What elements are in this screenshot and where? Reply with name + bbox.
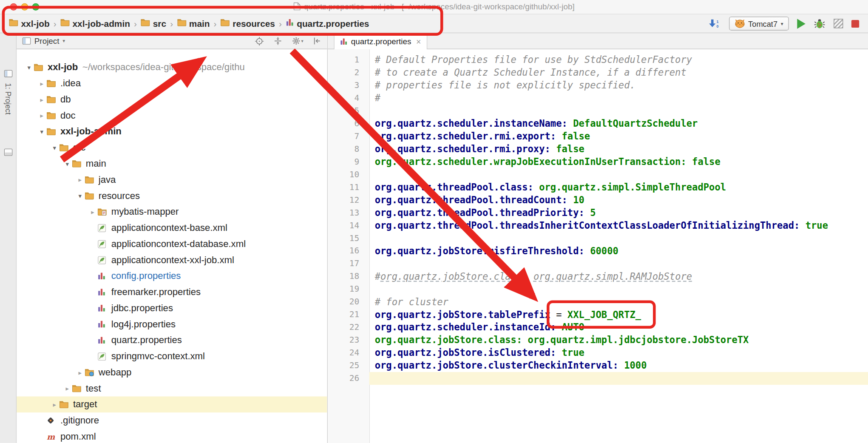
line-number[interactable]: 8 [328, 143, 369, 156]
code-line[interactable]: 23org.quartz.jobStore.class: org.quartz.… [328, 334, 868, 346]
code-line[interactable]: 4# [328, 92, 868, 105]
line-number[interactable]: 20 [328, 295, 369, 308]
collapse-button[interactable] [273, 37, 282, 45]
project-tool-window-button[interactable]: 1: Project [4, 83, 12, 114]
code-line[interactable]: 21org.quartz.jobStore.tablePrefix = XXL_… [328, 308, 868, 321]
tool-window-button-icon-1[interactable] [4, 70, 13, 80]
tree-item[interactable]: ▸mybatis-mapper [17, 204, 327, 220]
code-line[interactable]: 22org.quartz.scheduler.instanceId: AUTO [328, 321, 868, 334]
code-line[interactable]: 11org.quartz.threadPool.class: org.quart… [328, 181, 868, 194]
update-project-button[interactable]: 1 0 [708, 19, 720, 28]
line-number[interactable]: 23 [328, 334, 369, 346]
line-number[interactable]: 7 [328, 130, 369, 143]
project-panel-title[interactable]: Project [34, 37, 60, 45]
expand-arrow-icon[interactable]: ▸ [50, 400, 59, 408]
code-line[interactable]: 18#org.quartz.jobStore.class: org.quartz… [328, 270, 868, 283]
coverage-button[interactable] [834, 19, 843, 28]
expand-arrow-icon[interactable]: ▸ [75, 369, 85, 376]
code-line[interactable]: 8org.quartz.scheduler.rmi.proxy: false [328, 143, 868, 156]
code-line[interactable]: 1# Default Properties file for use by St… [328, 54, 868, 66]
locate-button[interactable] [255, 36, 264, 45]
line-number[interactable]: 25 [328, 359, 369, 372]
tree-item[interactable]: log4j.properties [17, 316, 327, 332]
tree-item[interactable]: freemarker.properties [17, 284, 327, 300]
line-number[interactable]: 9 [328, 156, 369, 168]
line-number[interactable]: 14 [328, 219, 369, 232]
expand-arrow-icon[interactable]: ▸ [75, 176, 85, 183]
run-config-selector[interactable]: Tomcat7 ▾ [729, 17, 789, 31]
line-number[interactable]: 21 [328, 308, 369, 321]
line-number[interactable]: 13 [328, 207, 369, 219]
code-line[interactable]: 13org.quartz.threadPool.threadPriority: … [328, 207, 868, 219]
code-line[interactable]: 26 [328, 372, 868, 385]
code-line[interactable]: 14org.quartz.threadPool.threadsInheritCo… [328, 219, 868, 232]
code-line[interactable]: 9org.quartz.scheduler.wrapJobExecutionIn… [328, 156, 868, 168]
tree-item[interactable]: ▸db [17, 91, 327, 108]
code-line[interactable]: 5 [328, 105, 868, 117]
code-line[interactable]: 2# to create a Quartz Scheduler Instance… [328, 66, 868, 79]
tree-item[interactable]: jdbc.properties [17, 300, 327, 316]
run-button[interactable] [797, 19, 806, 28]
tree-item[interactable]: quartz.properties [17, 332, 327, 348]
code-line[interactable]: 15 [328, 232, 868, 245]
tree-item[interactable]: ▸target [17, 396, 327, 412]
line-number[interactable]: 12 [328, 194, 369, 207]
breadcrumb-item[interactable]: resources [221, 18, 275, 29]
code-line[interactable]: 3# properties file is not explicitly spe… [328, 79, 868, 92]
line-number[interactable]: 2 [328, 66, 369, 79]
tree-item[interactable]: ▸webapp [17, 364, 327, 381]
tree-item[interactable]: ▾xxl-job~/workspaces/idea-git-workspace/… [17, 59, 327, 75]
tree-item[interactable]: springmvc-context.xml [17, 348, 327, 364]
hide-panel-button[interactable] [313, 37, 322, 45]
tree-item[interactable]: ▸test [17, 381, 327, 397]
breadcrumb-item[interactable]: quartz.properties [286, 18, 369, 29]
code-line[interactable]: 7org.quartz.scheduler.rmi.export: false [328, 130, 868, 143]
expand-arrow-icon[interactable]: ▸ [88, 208, 97, 216]
breadcrumb-item[interactable]: xxl-job [9, 18, 50, 29]
line-number[interactable]: 19 [328, 283, 369, 295]
tree-item[interactable]: applicationcontext-base.xml [17, 220, 327, 236]
line-number[interactable]: 24 [328, 346, 369, 359]
expand-arrow-icon[interactable]: ▾ [75, 192, 85, 199]
code-line[interactable]: 20# for cluster [328, 295, 868, 308]
tab-close-icon[interactable]: × [416, 37, 421, 46]
line-number[interactable]: 16 [328, 245, 369, 258]
expand-arrow-icon[interactable]: ▾ [24, 63, 34, 71]
tool-window-button-icon-2[interactable] [4, 148, 13, 158]
stop-button[interactable] [851, 20, 859, 27]
tree-item[interactable]: ▾main [17, 156, 327, 172]
editor-tab[interactable]: quartz.properties × [334, 33, 427, 49]
tree-item[interactable]: .gitignore [17, 412, 327, 429]
code-line[interactable]: 25org.quartz.jobStore.clusterCheckinInte… [328, 359, 868, 372]
code-line[interactable]: 10 [328, 168, 868, 181]
line-number[interactable]: 5 [328, 105, 369, 117]
expand-arrow-icon[interactable]: ▸ [37, 111, 46, 119]
editor-content[interactable]: 1# Default Properties file for use by St… [328, 49, 868, 443]
settings-button[interactable]: ▾ [292, 37, 303, 45]
code-line[interactable]: 12org.quartz.threadPool.threadCount: 10 [328, 194, 868, 207]
tree-item[interactable]: mpom.xml [17, 429, 327, 443]
tree-item[interactable]: ▾xxl-job-admin [17, 123, 327, 139]
line-number[interactable]: 10 [328, 168, 369, 181]
expand-arrow-icon[interactable]: ▸ [37, 80, 46, 87]
expand-arrow-icon[interactable]: ▾ [50, 144, 59, 151]
line-number[interactable]: 22 [328, 321, 369, 334]
line-number[interactable]: 18 [328, 270, 369, 283]
tree-item[interactable]: ▸doc [17, 108, 327, 124]
line-number[interactable]: 15 [328, 232, 369, 245]
expand-arrow-icon[interactable]: ▸ [37, 96, 46, 103]
line-number[interactable]: 1 [328, 54, 369, 66]
expand-arrow-icon[interactable]: ▾ [37, 128, 46, 135]
breadcrumb-item[interactable]: xxl-job-admin [60, 18, 130, 29]
code-line[interactable]: 6org.quartz.scheduler.instanceName: Defa… [328, 117, 868, 130]
line-number[interactable]: 4 [328, 92, 369, 105]
tree-item[interactable]: ▸java [17, 172, 327, 188]
debug-button[interactable] [814, 18, 825, 29]
line-number[interactable]: 17 [328, 258, 369, 270]
tree-item[interactable]: config.properties [17, 268, 327, 284]
expand-arrow-icon[interactable]: ▸ [62, 384, 72, 392]
tree-item[interactable]: ▾resources [17, 187, 327, 204]
expand-arrow-icon[interactable]: ▾ [62, 160, 72, 168]
code-line[interactable]: 16org.quartz.jobStore.misfireThreshold: … [328, 245, 868, 258]
tree-item[interactable]: ▸.idea [17, 75, 327, 91]
